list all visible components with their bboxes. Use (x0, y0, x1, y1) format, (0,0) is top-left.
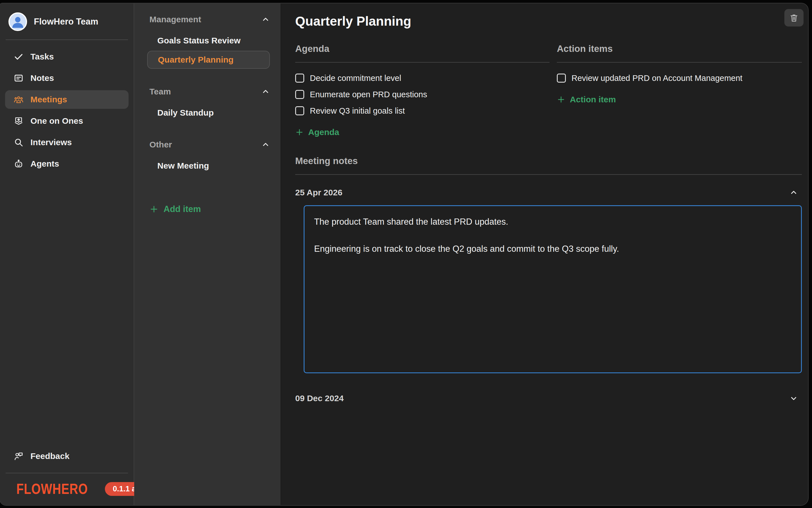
app-window: FlowHero Team Tasks Notes (0, 3, 809, 506)
chevron-up-icon (261, 15, 270, 24)
meetings-list-panel: Management Goals Status Review Quarterly… (134, 3, 281, 505)
sidebar-item-notes[interactable]: Notes (5, 69, 129, 87)
feedback-button[interactable]: Feedback (5, 447, 129, 465)
agenda-checklist: Decide commitment level Enumerate open P… (295, 70, 550, 119)
chevron-down-icon (789, 394, 798, 403)
delete-meeting-button[interactable] (784, 9, 804, 27)
sidebar: FlowHero Team Tasks Notes (0, 3, 134, 505)
sidebar-item-agents[interactable]: Agents (5, 155, 129, 173)
action-item[interactable]: Review updated PRD on Account Management (557, 70, 802, 86)
section-team: Team Daily Standup (149, 87, 270, 123)
robot-icon (13, 159, 24, 169)
add-agenda-label: Agenda (308, 127, 339, 137)
action-item-label: Review updated PRD on Account Management (571, 74, 742, 83)
check-icon (13, 52, 24, 62)
agenda-item-label: Review Q3 initial goals list (310, 106, 405, 116)
note-entry-date: 09 Dec 2024 (295, 393, 344, 403)
sidebar-item-label: Meetings (31, 95, 67, 104)
action-items-section: Action items Review updated PRD on Accou… (557, 43, 802, 137)
note-editor[interactable]: The product Team shared the latest PRD u… (304, 205, 802, 373)
team-avatar (8, 12, 27, 31)
avatar-person-icon (10, 13, 26, 30)
trash-icon (789, 13, 799, 23)
checkbox-unchecked[interactable] (295, 74, 304, 83)
meeting-notes-section: Meeting notes 25 Apr 2026 The product Te… (295, 156, 802, 403)
sidebar-item-label: Tasks (31, 52, 54, 61)
page-title: Quarterly Planning (295, 13, 802, 29)
meeting-item-quarterly-planning[interactable]: Quarterly Planning (147, 51, 270, 69)
section-other-header[interactable]: Other (149, 140, 270, 150)
meeting-item-goals-status-review[interactable]: Goals Status Review (147, 32, 270, 50)
action-items-heading: Action items (557, 43, 802, 62)
note-entry-header-collapsed[interactable]: 09 Dec 2024 (295, 393, 802, 403)
sidebar-item-tasks[interactable]: Tasks (5, 47, 129, 66)
chevron-up-icon (261, 87, 270, 96)
section-management-header[interactable]: Management (149, 15, 270, 24)
agenda-item-label: Enumerate open PRD questions (310, 90, 427, 99)
meeting-item-new-meeting[interactable]: New Meeting (147, 157, 270, 175)
checkbox-unchecked[interactable] (557, 74, 566, 83)
flowhero-logo: FlowHero (16, 481, 88, 497)
sidebar-item-meetings[interactable]: Meetings (5, 90, 129, 109)
sidebar-divider (6, 39, 128, 40)
agenda-item[interactable]: Decide commitment level (295, 70, 550, 86)
agenda-action-columns: Agenda Decide commitment level Enumerate… (295, 43, 802, 137)
one-on-ones-icon (13, 116, 24, 126)
team-name: FlowHero Team (34, 17, 98, 27)
meeting-notes-heading: Meeting notes (295, 156, 802, 175)
brand-row: FlowHero 0.1.1 alpha (5, 481, 129, 497)
plus-icon (557, 95, 565, 104)
section-other: Other New Meeting (149, 140, 270, 176)
checkbox-unchecked[interactable] (295, 90, 304, 99)
sidebar-item-one-on-ones[interactable]: One on Ones (5, 112, 129, 130)
add-item-button[interactable]: Add item (149, 204, 270, 214)
section-title: Other (149, 140, 172, 150)
chevron-up-icon (789, 188, 798, 197)
section-management: Management Goals Status Review Quarterly… (149, 15, 270, 70)
agenda-section: Agenda Decide commitment level Enumerate… (295, 43, 550, 137)
team-switcher[interactable]: FlowHero Team (5, 11, 129, 39)
sidebar-item-label: Notes (31, 73, 54, 83)
meetings-icon (13, 94, 24, 104)
sidebar-item-label: Agents (31, 159, 59, 169)
feedback-label: Feedback (31, 451, 69, 461)
add-action-item-button[interactable]: Action item (557, 95, 802, 104)
plus-icon (149, 205, 159, 214)
add-action-item-label: Action item (570, 95, 616, 104)
agenda-item[interactable]: Review Q3 initial goals list (295, 102, 550, 119)
feedback-icon (13, 451, 24, 461)
sidebar-item-label: Interviews (31, 137, 72, 147)
action-items-checklist: Review updated PRD on Account Management (557, 70, 802, 86)
main-content: Quarterly Planning Agenda Decide commitm… (281, 3, 808, 505)
section-title: Management (149, 15, 201, 24)
notes-icon (13, 73, 24, 83)
agenda-item-label: Decide commitment level (310, 74, 401, 83)
sidebar-spacer (5, 173, 129, 447)
add-item-label: Add item (164, 204, 201, 214)
meeting-item-daily-standup[interactable]: Daily Standup (147, 104, 270, 122)
agenda-heading: Agenda (295, 43, 550, 62)
chevron-up-icon (261, 140, 270, 149)
agenda-item[interactable]: Enumerate open PRD questions (295, 86, 550, 102)
note-entry-header-expanded[interactable]: 25 Apr 2026 (295, 188, 802, 197)
sidebar-item-interviews[interactable]: Interviews (5, 133, 129, 152)
add-agenda-button[interactable]: Agenda (295, 127, 550, 137)
note-entry-date: 25 Apr 2026 (295, 188, 342, 197)
sidebar-nav: Tasks Notes Meetings (5, 47, 129, 173)
sidebar-bottom-divider (6, 473, 128, 473)
section-team-header[interactable]: Team (149, 87, 270, 96)
sidebar-item-label: One on Ones (31, 116, 83, 126)
note-editor-wrap: The product Team shared the latest PRD u… (295, 205, 802, 374)
search-icon (13, 137, 24, 147)
checkbox-unchecked[interactable] (295, 106, 304, 115)
plus-icon (295, 128, 304, 136)
section-title: Team (149, 87, 171, 96)
